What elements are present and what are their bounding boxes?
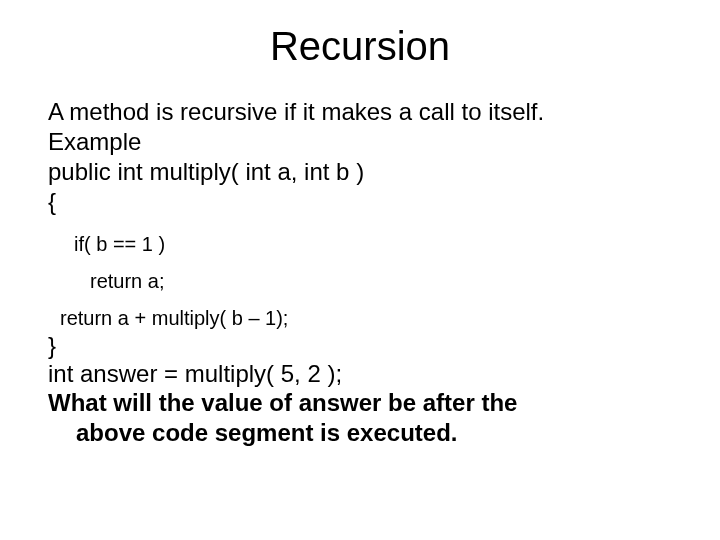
code-return-recurse: return a + multiply( b – 1); <box>48 307 672 330</box>
slide-title: Recursion <box>48 24 672 69</box>
code-return-a: return a; <box>48 270 672 293</box>
close-brace: } <box>48 332 672 360</box>
invocation-line: int answer = multiply( 5, 2 ); <box>48 360 672 388</box>
definition-line: A method is recursive if it makes a call… <box>48 97 672 127</box>
open-brace: { <box>48 187 672 217</box>
method-signature: public int multiply( int a, int b ) <box>48 157 672 187</box>
example-label: Example <box>48 127 672 157</box>
question-line-1: What will the value of answer be after t… <box>48 388 672 418</box>
question-line-2: above code segment is executed. <box>48 418 672 448</box>
code-if: if( b == 1 ) <box>48 233 672 256</box>
